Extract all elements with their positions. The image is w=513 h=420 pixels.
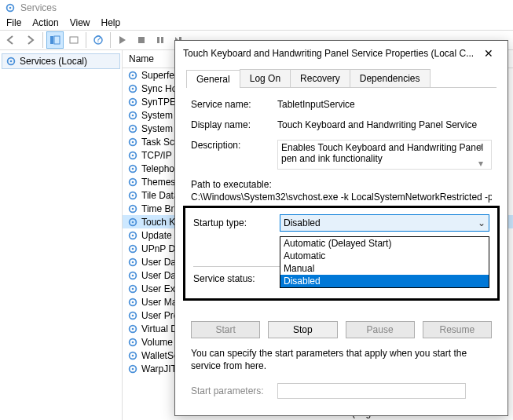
window-titlebar: Services bbox=[0, 0, 513, 16]
nav-item-label: Services (Local) bbox=[20, 56, 87, 67]
properties-dialog: Touch Keyboard and Handwriting Panel Ser… bbox=[174, 40, 508, 416]
label-service-name: Service name: bbox=[191, 99, 277, 110]
menubar: File Action View Help bbox=[0, 16, 513, 30]
svg-point-36 bbox=[132, 221, 134, 223]
svg-point-54 bbox=[132, 341, 134, 343]
svg-point-34 bbox=[132, 207, 134, 210]
option-manual[interactable]: Manual bbox=[280, 262, 489, 275]
svg-point-44 bbox=[132, 274, 134, 276]
svg-point-40 bbox=[132, 247, 134, 250]
service-name: Tile Data bbox=[141, 190, 179, 201]
svg-point-26 bbox=[132, 154, 134, 156]
window-title: Services bbox=[20, 2, 57, 13]
value-description: Enables Touch Keyboard and Handwriting P… bbox=[281, 142, 483, 164]
svg-point-32 bbox=[132, 194, 134, 196]
tab-recovery[interactable]: Recovery bbox=[290, 69, 350, 87]
menu-file[interactable]: File bbox=[6, 17, 21, 28]
help-button[interactable]: ? bbox=[90, 31, 107, 49]
startup-region: Startup type: Disabled ⌄ Automatic (Dela… bbox=[183, 206, 500, 301]
description-scrollbar[interactable]: ▴▾ bbox=[478, 141, 491, 169]
svg-point-42 bbox=[132, 261, 134, 263]
svg-point-48 bbox=[132, 301, 134, 303]
tabstrip: General Log On Recovery Dependencies bbox=[186, 69, 497, 88]
start-parameters-input bbox=[277, 383, 466, 399]
svg-rect-3 bbox=[54, 36, 60, 44]
svg-point-58 bbox=[132, 367, 134, 370]
menu-view[interactable]: View bbox=[70, 17, 90, 28]
menu-action[interactable]: Action bbox=[32, 17, 58, 28]
svg-point-52 bbox=[132, 327, 134, 330]
start-button: Start bbox=[191, 321, 260, 338]
svg-point-12 bbox=[10, 60, 13, 63]
value-display-name: Touch Keyboard and Handwriting Panel Ser… bbox=[277, 119, 492, 130]
play-button[interactable] bbox=[114, 31, 131, 49]
label-path: Path to executable: bbox=[191, 179, 492, 190]
nav-item-services-local[interactable]: Services (Local) bbox=[2, 53, 120, 69]
stop-button[interactable]: Stop bbox=[268, 321, 337, 338]
nav-tree: Services (Local) bbox=[0, 50, 123, 420]
svg-point-14 bbox=[132, 74, 134, 76]
back-button[interactable] bbox=[3, 31, 20, 49]
svg-rect-2 bbox=[50, 36, 53, 44]
stop-button-toolbar[interactable] bbox=[133, 31, 150, 49]
svg-point-46 bbox=[132, 287, 134, 290]
tab-dependencies[interactable]: Dependencies bbox=[350, 69, 431, 87]
option-automatic[interactable]: Automatic bbox=[280, 250, 489, 262]
svg-point-50 bbox=[132, 314, 134, 316]
startup-type-value: Disabled bbox=[284, 217, 321, 228]
close-button[interactable]: ✕ bbox=[478, 46, 500, 61]
value-path: C:\Windows\System32\svchost.exe -k Local… bbox=[191, 192, 492, 203]
svg-text:?: ? bbox=[96, 35, 101, 45]
svg-point-30 bbox=[132, 181, 134, 183]
tab-logon[interactable]: Log On bbox=[240, 69, 291, 87]
menu-help[interactable]: Help bbox=[101, 17, 121, 28]
startup-type-combo[interactable]: Disabled ⌄ bbox=[280, 214, 489, 232]
svg-rect-9 bbox=[161, 37, 163, 43]
resume-button: Resume bbox=[423, 321, 492, 338]
note-text: You can specify the start parameters tha… bbox=[191, 348, 492, 372]
pause-button: Pause bbox=[346, 321, 415, 338]
dialog-title: Touch Keyboard and Handwriting Panel Ser… bbox=[183, 48, 474, 59]
svg-rect-4 bbox=[70, 37, 78, 43]
label-startup-type: Startup type: bbox=[193, 217, 280, 228]
svg-point-38 bbox=[132, 234, 134, 236]
label-description: Description: bbox=[191, 140, 277, 151]
tab-general[interactable]: General bbox=[186, 70, 240, 88]
show-hide-tree-button[interactable] bbox=[46, 31, 64, 49]
app-icon bbox=[5, 2, 16, 13]
chevron-down-icon: ⌄ bbox=[478, 217, 486, 228]
service-name: Themes bbox=[141, 177, 175, 188]
option-disabled[interactable]: Disabled bbox=[280, 275, 489, 287]
svg-point-56 bbox=[132, 354, 134, 356]
svg-point-1 bbox=[9, 7, 12, 9]
option-automatic-delayed[interactable]: Automatic (Delayed Start) bbox=[280, 237, 489, 250]
pause-button-toolbar[interactable] bbox=[152, 31, 169, 49]
startup-type-dropdown[interactable]: Automatic (Delayed Start) Automatic Manu… bbox=[280, 236, 489, 288]
svg-point-28 bbox=[132, 167, 134, 170]
svg-point-18 bbox=[132, 100, 134, 103]
svg-point-24 bbox=[132, 141, 134, 143]
forward-button[interactable] bbox=[22, 31, 39, 49]
label-service-status: Service status: bbox=[193, 273, 280, 284]
export-list-button[interactable] bbox=[65, 31, 82, 49]
svg-point-16 bbox=[132, 87, 134, 89]
svg-point-22 bbox=[132, 127, 134, 130]
description-box: Enables Touch Keyboard and Handwriting P… bbox=[277, 140, 492, 170]
label-display-name: Display name: bbox=[191, 119, 277, 130]
svg-rect-7 bbox=[138, 37, 145, 43]
svg-rect-8 bbox=[157, 37, 159, 43]
value-service-name: TabletInputService bbox=[277, 99, 492, 110]
label-start-parameters: Start parameters: bbox=[191, 385, 277, 396]
svg-point-20 bbox=[132, 114, 134, 116]
